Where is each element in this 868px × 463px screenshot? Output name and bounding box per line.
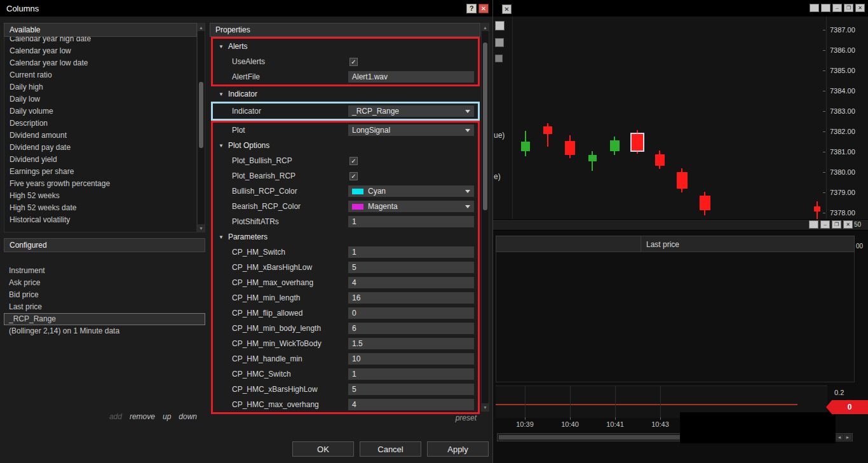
configured-item-rcp-range[interactable]: _RCP_Range (4, 313, 205, 325)
configured-item-ask-price[interactable]: Ask price (4, 277, 205, 289)
available-item-daily-low[interactable]: Daily low (4, 93, 196, 105)
section-label: Indicator (228, 90, 257, 98)
property-group: ▼Indicator (211, 86, 480, 102)
property-value: 5 (348, 384, 474, 395)
section-label: Parameters (228, 232, 268, 241)
property-row: Indicator_RCP_Range (213, 104, 478, 119)
available-item-description[interactable]: Description (4, 117, 196, 130)
available-item-daily-high[interactable]: Daily high (4, 81, 196, 93)
collapse-arrow-icon: ▼ (219, 234, 224, 240)
available-item-high-52-weeks-date[interactable]: High 52 weeks date (4, 202, 196, 214)
chevron-down-icon (465, 190, 470, 193)
scroll-right-button[interactable]: ► (844, 434, 851, 440)
time-axis-label: 10:40 (561, 420, 579, 428)
property-row: CP_HM_min_WickToBody1.5 (213, 336, 478, 351)
ok-button[interactable]: OK (292, 441, 354, 457)
cp-hm-min-length-input[interactable]: 16 (348, 292, 474, 304)
available-item-dividend-amount[interactable]: Dividend amount (4, 130, 196, 142)
section-header-plot-options[interactable]: ▼Plot Options (213, 138, 478, 153)
dialog-close-button[interactable]: ✕ (478, 4, 489, 13)
scroll-left-button[interactable]: ◄ (836, 434, 843, 440)
preset-link[interactable]: preset (210, 413, 477, 422)
plot-bearish-rcp-checkbox[interactable]: ✓ (349, 172, 358, 180)
properties-content: ▼AlertsUseAlerts✓AlertFileAlert1.wav▼Ind… (210, 37, 481, 418)
configured-item-bid-price[interactable]: Bid price (4, 289, 205, 301)
property-label: CP_HMC_max_overhang (213, 400, 348, 409)
available-scrollbar[interactable]: ▲ ▼ (197, 23, 205, 232)
scroll-down-button[interactable]: ▼ (482, 403, 489, 411)
bearish-rcp-color-dropdown[interactable]: Magenta (348, 201, 474, 212)
configured-item-instrument[interactable]: Instrument (4, 265, 205, 277)
cp-hm-switch-input[interactable]: 1 (348, 246, 474, 258)
cp-hm-handle-min-input[interactable]: 10 (348, 353, 474, 365)
dialog-titlebar[interactable]: Columns ? ✕ (0, 0, 492, 17)
plot-dropdown[interactable]: LongSignal (348, 124, 474, 136)
available-item-dividend-pay-date[interactable]: Dividend pay date (4, 142, 196, 154)
cp-hm-flip-allowed-input[interactable]: 0 (348, 307, 474, 319)
dropdown-value: LongSignal (352, 126, 390, 135)
color-swatch (352, 204, 363, 210)
property-row: CP_HM_handle_min10 (213, 351, 478, 366)
available-item-calendar-year-low[interactable]: Calendar year low (4, 45, 196, 57)
help-button[interactable]: ? (466, 4, 477, 13)
available-item-historical-volatility[interactable]: Historical volatility (4, 214, 196, 226)
section-header-alerts[interactable]: ▼Alerts (213, 39, 478, 54)
available-item-calendar-year-low-date[interactable]: Calendar year low date (4, 57, 196, 69)
section-header-indicator[interactable]: ▼Indicator (213, 86, 480, 102)
cancel-button[interactable]: Cancel (360, 441, 421, 457)
plot-bullish-rcp-checkbox[interactable]: ✓ (349, 157, 358, 165)
property-group: ▼AlertsUseAlerts✓AlertFileAlert1.wav (211, 37, 480, 86)
properties-scrollbar[interactable]: ▲ ▼ (481, 23, 489, 412)
section-label: Alerts (228, 42, 248, 51)
dialog-title: Columns (6, 4, 466, 13)
usealerts-checkbox[interactable]: ✓ (349, 58, 358, 66)
action-remove[interactable]: remove (130, 412, 155, 421)
property-label: UseAlerts (213, 57, 348, 66)
scroll-up-button[interactable]: ▲ (482, 23, 489, 31)
property-row: PlotShiftATRs1 (213, 214, 478, 229)
cp-hm-min-wicktobody-input[interactable]: 1.5 (348, 338, 474, 349)
available-item-daily-volume[interactable]: Daily volume (4, 105, 196, 117)
available-list[interactable]: Calendar year high dateCalendar year low… (4, 37, 197, 232)
property-row: Plot_Bearish_RCP✓ (213, 168, 478, 184)
section-label: Plot Options (228, 141, 269, 150)
bullish-rcp-color-dropdown[interactable]: Cyan (348, 185, 474, 197)
cp-hmc-switch-input[interactable]: 1 (348, 368, 474, 380)
cp-hm-xbarshighlow-input[interactable]: 5 (348, 262, 474, 273)
cp-hm-max-overhang-input[interactable]: 4 (348, 277, 474, 288)
configured-item-last-price[interactable]: Last price (4, 301, 205, 313)
available-item-high-52-weeks[interactable]: High 52 weeks (4, 190, 196, 202)
scrollbar-thumb[interactable] (483, 43, 487, 210)
configured-header: Configured (4, 238, 205, 252)
property-row: CP_HMC_Switch1 (213, 366, 478, 382)
dropdown-value: Cyan (368, 187, 386, 196)
cp-hmc-xbarshighlow-input[interactable]: 5 (348, 384, 474, 395)
property-value: ✓ (348, 172, 474, 180)
chevron-down-icon (465, 205, 470, 208)
configured-list[interactable]: InstrumentAsk priceBid priceLast price_R… (4, 252, 205, 347)
time-axis-label: 10:39 (516, 420, 534, 428)
available-item-calendar-year-high-date[interactable]: Calendar year high date (4, 37, 196, 45)
property-label: AlertFile (213, 72, 348, 81)
available-item-earnings-per-share[interactable]: Earnings per share (4, 166, 196, 178)
available-item-dividend-yield[interactable]: Dividend yield (4, 154, 196, 166)
property-value: Cyan (348, 185, 474, 197)
cp-hm-min-body-length-input[interactable]: 6 (348, 323, 474, 334)
available-item-current-ratio[interactable]: Current ratio (4, 69, 196, 81)
screen: ✕ – ❐ ✕ ue) e) 7387.007386.007385.007384… (0, 0, 868, 463)
scroll-up-button[interactable]: ▲ (198, 23, 205, 31)
indicator-dropdown[interactable]: _RCP_Range (348, 105, 474, 117)
alertfile-input[interactable]: Alert1.wav (348, 71, 474, 83)
cp-hmc-max-overhang-input[interactable]: 4 (348, 399, 474, 410)
scrollbar-thumb[interactable] (199, 82, 203, 148)
property-value: ✓ (348, 157, 474, 165)
section-header-parameters[interactable]: ▼Parameters (213, 229, 478, 245)
apply-button[interactable]: Apply (427, 441, 489, 457)
available-item-five-years-growth-percentage[interactable]: Five years growth percentage (4, 178, 196, 190)
plotshiftatrs-input[interactable]: 1 (348, 216, 474, 227)
configured-item-bollinger-2-14-on-1-minute-data[interactable]: (Bollinger 2,14) on 1 Minute data (4, 325, 205, 337)
action-up[interactable]: up (163, 412, 171, 421)
scroll-down-button[interactable]: ▼ (198, 224, 205, 232)
action-down[interactable]: down (179, 412, 197, 421)
time-axis-label: 10:43 (651, 420, 669, 428)
